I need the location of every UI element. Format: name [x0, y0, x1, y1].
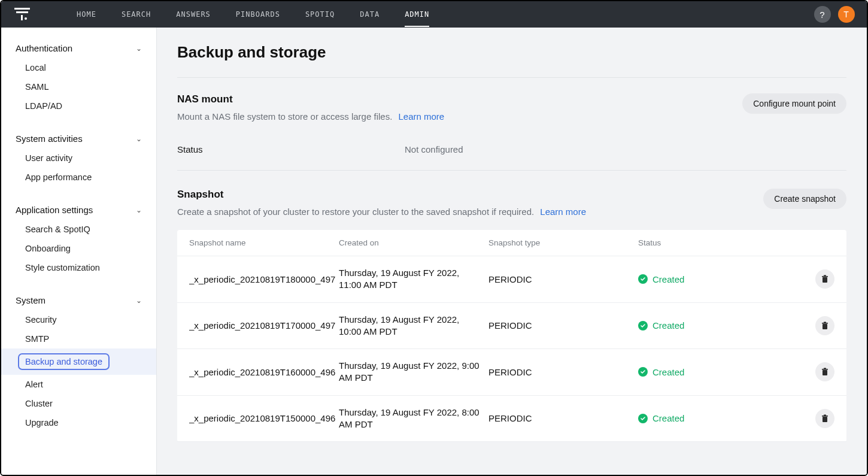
app-window: HOMESEARCHANSWERSPINBOARDSSPOTIQDATAADMI…: [0, 0, 868, 476]
svg-rect-4: [823, 277, 827, 283]
sidebar-item-security[interactable]: Security: [1, 310, 156, 329]
cell-status: Created: [638, 274, 788, 284]
sidebar-item-smtp[interactable]: SMTP: [1, 329, 156, 348]
svg-rect-11: [822, 369, 828, 370]
cell-status: Created: [638, 367, 788, 377]
delete-snapshot-button[interactable]: [815, 316, 834, 335]
nas-title: NAS mount: [177, 93, 444, 105]
svg-rect-10: [823, 370, 827, 375]
table-row: _x_periodic_20210819T150000_496Thursday,…: [177, 396, 846, 442]
table-header: Snapshot name Created on Snapshot type S…: [177, 230, 846, 256]
cell-name: _x_periodic_20210819T160000_496: [189, 367, 339, 377]
sidebar-item-local[interactable]: Local: [1, 58, 156, 77]
check-circle-icon: [638, 367, 648, 377]
nav-link-spotiq[interactable]: SPOTIQ: [305, 2, 335, 27]
snapshot-learn-more-link[interactable]: Learn more: [540, 207, 586, 217]
sidebar-item-search-spotiq[interactable]: Search & SpotIQ: [1, 220, 156, 239]
cell-type: PERIODIC: [488, 367, 638, 377]
nas-section: NAS mount Mount a NAS file system to sto…: [177, 93, 846, 171]
chevron-down-icon: ⌄: [136, 135, 142, 143]
delete-snapshot-button[interactable]: [815, 362, 834, 381]
sidebar-group-system[interactable]: System⌄: [1, 290, 156, 310]
col-header-created: Created on: [339, 238, 488, 247]
sidebar-item-backup-and-storage[interactable]: Backup and storage: [1, 348, 156, 375]
nas-learn-more-link[interactable]: Learn more: [398, 111, 444, 122]
snapshot-desc-text: Create a snapshot of your cluster to res…: [177, 207, 534, 217]
user-avatar[interactable]: T: [838, 6, 855, 23]
cell-name: _x_periodic_20210819T170000_497: [189, 320, 339, 331]
cell-status: Created: [638, 320, 788, 331]
cell-type: PERIODIC: [488, 413, 638, 423]
nav-link-home[interactable]: HOME: [77, 2, 96, 27]
svg-rect-9: [824, 322, 826, 323]
cell-status: Created: [638, 413, 788, 423]
nas-desc: Mount a NAS file system to store or acce…: [177, 111, 444, 122]
top-nav: HOMESEARCHANSWERSPINBOARDSSPOTIQDATAADMI…: [1, 1, 867, 28]
page-title: Backup and storage: [177, 43, 846, 62]
sidebar-item-user-activity[interactable]: User activity: [1, 148, 156, 168]
snapshot-title: Snapshot: [177, 189, 586, 201]
nav-link-admin[interactable]: ADMIN: [405, 2, 429, 27]
svg-rect-0: [14, 8, 30, 10]
check-circle-icon: [638, 321, 648, 331]
nav-link-search[interactable]: SEARCH: [122, 2, 151, 27]
nas-status-label: Status: [177, 144, 405, 154]
svg-rect-5: [822, 276, 828, 277]
snapshot-table: Snapshot name Created on Snapshot type S…: [177, 230, 846, 442]
chevron-down-icon: ⌄: [136, 44, 142, 53]
col-header-name: Snapshot name: [189, 238, 339, 247]
cell-created: Thursday, 19 August FY 2022, 8:00 AM PDT: [339, 407, 488, 431]
sidebar-item-onboarding[interactable]: Onboarding: [1, 239, 156, 258]
svg-point-3: [25, 17, 27, 20]
sidebar-item-upgrade[interactable]: Upgrade: [1, 413, 156, 432]
brand-logo-icon[interactable]: [13, 5, 31, 23]
svg-rect-7: [823, 324, 827, 329]
sidebar-group-application-settings[interactable]: Application settings⌄: [1, 200, 156, 220]
svg-rect-14: [822, 416, 828, 417]
cell-type: PERIODIC: [488, 320, 638, 331]
table-row: _x_periodic_20210819T170000_497Thursday,…: [177, 303, 846, 350]
nas-desc-text: Mount a NAS file system to store or acce…: [177, 111, 392, 122]
cell-created: Thursday, 19 August FY 2022, 9:00 AM PDT: [339, 360, 488, 384]
nav-link-pinboards[interactable]: PINBOARDS: [236, 2, 280, 27]
svg-rect-13: [823, 417, 827, 422]
svg-rect-6: [824, 275, 826, 277]
svg-rect-2: [21, 15, 23, 20]
configure-mount-button[interactable]: Configure mount point: [742, 93, 846, 114]
sidebar-item-alert[interactable]: Alert: [1, 375, 156, 394]
sidebar: Authentication⌄LocalSAMLLDAP/ADSystem ac…: [1, 28, 157, 475]
delete-snapshot-button[interactable]: [815, 409, 834, 428]
sidebar-group-authentication[interactable]: Authentication⌄: [1, 38, 156, 58]
snapshot-desc: Create a snapshot of your cluster to res…: [177, 207, 586, 217]
sidebar-item-app-performance[interactable]: App performance: [1, 168, 156, 187]
delete-snapshot-button[interactable]: [815, 269, 834, 289]
svg-rect-8: [822, 323, 828, 324]
divider: [177, 77, 846, 78]
sidebar-item-ldap-ad[interactable]: LDAP/AD: [1, 96, 156, 116]
table-row: _x_periodic_20210819T160000_496Thursday,…: [177, 349, 846, 396]
svg-rect-1: [16, 11, 28, 13]
cell-created: Thursday, 19 August FY 2022, 10:00 AM PD…: [339, 314, 488, 338]
nav-link-data[interactable]: DATA: [360, 2, 380, 27]
cell-created: Thursday, 19 August FY 2022, 11:00 AM PD…: [339, 267, 488, 292]
sidebar-item-style-customization[interactable]: Style customization: [1, 258, 156, 277]
chevron-down-icon: ⌄: [136, 296, 142, 305]
nav-links: HOMESEARCHANSWERSPINBOARDSSPOTIQDATAADMI…: [77, 2, 793, 27]
check-circle-icon: [638, 414, 648, 423]
create-snapshot-button[interactable]: Create snapshot: [763, 189, 846, 209]
help-icon[interactable]: ?: [814, 6, 831, 23]
svg-rect-12: [824, 368, 826, 369]
cell-type: PERIODIC: [488, 274, 638, 284]
cell-name: _x_periodic_20210819T180000_497: [189, 274, 339, 284]
nas-status-value: Not configured: [405, 144, 463, 154]
sidebar-item-cluster[interactable]: Cluster: [1, 394, 156, 413]
col-header-status: Status: [638, 238, 788, 247]
col-header-type: Snapshot type: [488, 238, 638, 247]
sidebar-item-saml[interactable]: SAML: [1, 77, 156, 96]
sidebar-group-system-activities[interactable]: System activities⌄: [1, 129, 156, 148]
nav-link-answers[interactable]: ANSWERS: [176, 2, 211, 27]
snapshot-section: Snapshot Create a snapshot of your clust…: [177, 189, 846, 442]
chevron-down-icon: ⌄: [136, 206, 142, 214]
table-row: _x_periodic_20210819T180000_497Thursday,…: [177, 256, 846, 303]
check-circle-icon: [638, 274, 648, 284]
